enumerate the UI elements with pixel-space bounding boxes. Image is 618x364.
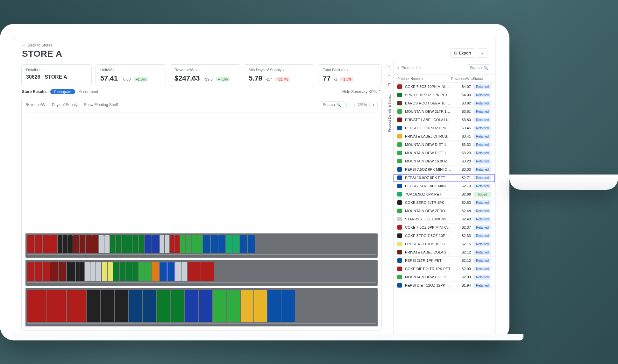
planogram-product[interactable] xyxy=(71,262,75,281)
rail-swap-button[interactable]: ⇄ xyxy=(387,82,392,87)
planogram-product[interactable] xyxy=(47,290,66,322)
col-product-name[interactable]: Product Name⇅ xyxy=(397,77,449,81)
planogram-product[interactable] xyxy=(197,235,202,253)
rail-add-button[interactable]: + xyxy=(387,64,392,69)
planogram-product[interactable] xyxy=(35,235,42,253)
opt-days-of-supply[interactable]: Days of Supply xyxy=(52,103,78,107)
kpi-details[interactable]: Details 30626 STORE A xyxy=(21,64,92,86)
planogram-product[interactable] xyxy=(160,235,164,253)
planogram-canvas[interactable] xyxy=(25,118,378,326)
planogram-product[interactable] xyxy=(80,235,85,253)
planogram-product[interactable] xyxy=(157,290,170,322)
table-row[interactable]: BARQS ROOT BEER 16.9OZ 6PK...$3.92Retain… xyxy=(394,99,495,108)
table-row[interactable]: 7UP 16.9OZ 6PK PET$2.66Added xyxy=(394,190,495,199)
planogram-product[interactable] xyxy=(120,262,125,281)
planogram-product[interactable] xyxy=(227,290,240,322)
table-row[interactable]: PRIVATE LABEL CITRUS SODA DI...$3.41Reta… xyxy=(394,132,495,141)
planogram-product[interactable] xyxy=(226,235,232,253)
table-row[interactable]: COKE 7.5OZ 6PK MINI CAN$2.37Retained xyxy=(394,224,495,232)
table-row[interactable]: MOUNTAIN DEW DIET 2LTR 1PK P...$2.09Reta… xyxy=(394,273,495,282)
planogram-product[interactable] xyxy=(132,262,138,281)
planogram-product[interactable] xyxy=(199,290,212,322)
planogram-product[interactable] xyxy=(27,262,34,281)
planogram-product[interactable] xyxy=(171,290,184,322)
table-row[interactable]: FRESCA CITRUS 16.9OZ 6PK PET$2.15Retaine… xyxy=(394,240,495,248)
planogram-product[interactable] xyxy=(90,262,96,281)
table-row[interactable]: COKE DIET 2LTR 1PK PET$2.09Retained xyxy=(394,265,495,273)
planogram-product[interactable] xyxy=(152,235,159,253)
table-row[interactable]: PEPSI 7.5OZ 10PK MINI CAN$2.70Retained xyxy=(394,182,495,190)
planogram-product[interactable] xyxy=(80,262,84,281)
table-row[interactable]: MOUNTAIN DEW DIET 16.9OZ 6...$3.32Retain… xyxy=(394,141,495,149)
table-row[interactable]: SPRITE 16.9OZ 6PK PET$4.00Retained xyxy=(394,91,495,99)
table-row[interactable]: PEPSI 16.9OZ 6PK PET$2.71Retained xyxy=(394,174,495,182)
kpi-facings[interactable]: Total Facings 77 -1 -1.3% xyxy=(318,64,382,86)
table-row[interactable]: PRIVATE LABEL COLA 12OZ 12P...$2.12Retai… xyxy=(394,248,495,257)
table-row[interactable]: PEPSI DIET 16.9OZ 6PK PET$3.45Retained xyxy=(394,124,495,132)
planogram-product[interactable] xyxy=(115,290,128,322)
planogram-product[interactable] xyxy=(67,290,86,322)
planogram-product[interactable] xyxy=(43,262,50,281)
table-row[interactable]: MOUNTAIN DEW ZERO 16.9OZ 6...$2.48Retain… xyxy=(394,207,495,215)
planogram-product[interactable] xyxy=(50,262,58,281)
planogram-product[interactable] xyxy=(108,262,113,281)
planogram-product[interactable] xyxy=(185,290,198,322)
planogram-product[interactable] xyxy=(165,235,169,253)
planogram-product[interactable] xyxy=(50,235,57,253)
planogram-product[interactable] xyxy=(143,290,156,322)
planogram-search[interactable]: Search 🔍 xyxy=(320,101,344,108)
table-row[interactable]: PEPSI 7.5OZ 6PK MINI CAN$3.00Retained xyxy=(394,166,495,174)
planogram-product[interactable] xyxy=(192,235,197,253)
table-row[interactable]: PEPSI 2LTR 1PK PET$2.10Retained xyxy=(394,257,495,265)
opt-revenue-w[interactable]: Revenue/W xyxy=(25,103,46,107)
kpi-mindos[interactable]: Min Days of Supply 5.79 -2.7 -31.7% xyxy=(244,64,314,86)
planogram-product[interactable] xyxy=(116,235,121,253)
panel-search[interactable]: Search 🔍 xyxy=(467,64,491,71)
planogram-product[interactable] xyxy=(181,262,187,281)
planogram-product[interactable] xyxy=(43,235,50,253)
table-row[interactable]: MOUNTAIN DEW DIET 12OZ 12...$3.23Retaine… xyxy=(394,149,495,157)
planogram-product[interactable] xyxy=(139,262,145,281)
table-row[interactable]: COKE ZERO 7.5OZ 10PK MINI C...$2.33Retai… xyxy=(394,232,495,240)
planogram-product[interactable] xyxy=(139,235,144,253)
planogram-product[interactable] xyxy=(203,235,210,253)
planogram-product[interactable] xyxy=(145,235,152,253)
planogram-product[interactable] xyxy=(241,290,253,322)
table-row[interactable]: STARRY 7.5OZ 10PK MINI CAN$2.40Retained xyxy=(394,215,495,224)
planogram-product[interactable] xyxy=(122,235,127,253)
planogram-product[interactable] xyxy=(126,262,132,281)
planogram-product[interactable] xyxy=(180,235,185,253)
planogram-product[interactable] xyxy=(233,235,239,253)
planogram-product[interactable] xyxy=(96,262,101,281)
planogram-product[interactable] xyxy=(27,290,46,322)
planogram-product[interactable] xyxy=(201,262,214,281)
planogram-product[interactable] xyxy=(113,262,119,281)
planogram-product[interactable] xyxy=(127,235,132,253)
export-button[interactable]: ⎘ Export xyxy=(450,48,475,58)
planogram-product[interactable] xyxy=(254,290,267,322)
back-to-stores-link[interactable]: ← Back to Stores xyxy=(22,43,53,47)
planogram-product[interactable] xyxy=(92,235,98,253)
kpi-unitw[interactable]: Unit/W 57.41 +0.60 +1.0% xyxy=(96,64,166,86)
planogram-product[interactable] xyxy=(59,262,66,281)
more-actions-button[interactable]: ⋯ xyxy=(478,48,487,58)
table-row[interactable]: COKE ZERO 2LTR 1PK PET$2.63Retained xyxy=(394,199,495,207)
zoom-in-button[interactable]: + xyxy=(370,101,377,109)
planogram-product[interactable] xyxy=(85,262,90,281)
planogram-product[interactable] xyxy=(188,262,201,281)
planogram-product[interactable] xyxy=(101,290,114,322)
planogram-product[interactable] xyxy=(129,290,142,322)
planogram-product[interactable] xyxy=(104,235,110,253)
planogram-product[interactable] xyxy=(186,235,191,253)
planogram-product[interactable] xyxy=(281,290,295,322)
kpi-revw[interactable]: Revenue/W $247.63 +$9.6 +4.0% xyxy=(170,64,240,86)
planogram-product[interactable] xyxy=(35,262,42,281)
planogram-product[interactable] xyxy=(58,235,62,253)
table-row[interactable]: MOUNTAIN DEW 16.9OZ 6PK PET$3.20Retained xyxy=(394,157,495,166)
col-status[interactable]: Status xyxy=(473,77,491,81)
planogram-product[interactable] xyxy=(73,235,79,253)
planogram-product[interactable] xyxy=(170,235,174,253)
planogram-product[interactable] xyxy=(175,262,181,281)
planogram-product[interactable] xyxy=(145,262,151,281)
planogram-product[interactable] xyxy=(175,235,180,253)
